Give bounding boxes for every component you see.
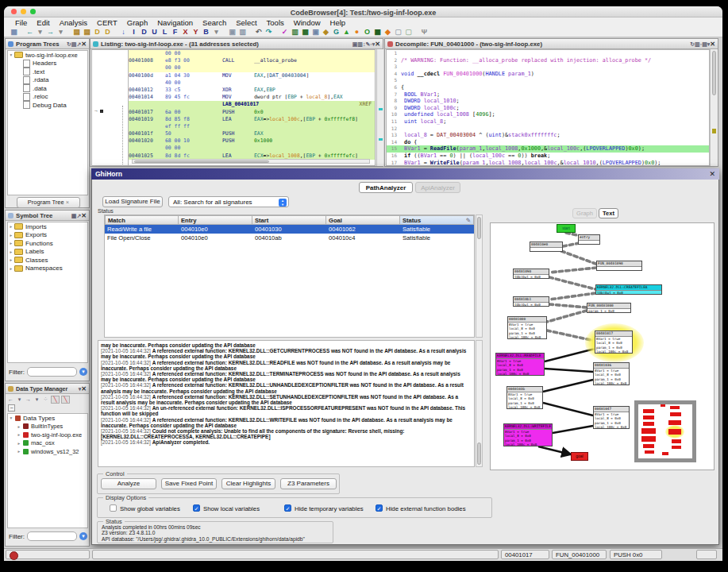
graph-node-00401090[interactable]: 00401090tObjOut = 0x0 (513, 269, 549, 279)
letter-u-icon[interactable]: U (149, 27, 160, 37)
symbol-tree-filter-input[interactable] (27, 367, 77, 377)
conflict-off-icon[interactable]: ╲ (61, 396, 70, 404)
script-icon[interactable]: ▥ (290, 27, 300, 37)
menu-tools[interactable]: Tools (262, 18, 289, 27)
tree-item-headers[interactable]: Headers (8, 60, 87, 68)
menu-search[interactable]: Search (198, 18, 231, 27)
main-toolbar[interactable]: ▦←▾→▾▤▤DD↓IDULFXYB▾▣▥↶↷✓▥▦▣◆G▲●O▦◆▢▢Ψ (4, 27, 722, 38)
decompile-line[interactable]: 2/* WARNING: Function: __alloca_probe re… (387, 57, 709, 64)
table-header-row[interactable]: MatchEntryStartGoalStatus✎ (105, 215, 474, 225)
forward-menu-icon[interactable]: ▾ (56, 27, 66, 37)
log-panel[interactable]: may be inaccurate. Perhaps consider upda… (98, 340, 475, 467)
column-header-match[interactable]: Match (105, 215, 179, 225)
decompile-line[interactable]: 1 (387, 50, 709, 57)
checkbox-show-local-variables[interactable]: ✓ (193, 504, 200, 512)
symbol-tree-header[interactable]: Symbol Tree ▦↗✕ (6, 211, 89, 221)
graph-node-00401047[interactable]: 00401047BVar1 = truelocal_8 = 0x0param_1… (593, 406, 630, 429)
listing-row[interactable]: 004010176a 00PUSH0x0 (129, 109, 375, 116)
menu-help[interactable]: Help (325, 18, 351, 27)
window-icon[interactable]: ▣ (310, 27, 321, 37)
tab-pathanalyzer[interactable]: PathAnalyzer (359, 182, 413, 193)
menu-select[interactable]: Select (231, 18, 261, 27)
graph-node-KERNEL32.DLL:CREATEFILEA[interactable]: KERNEL32.DLL:CREATEFILEAtObjOut = 0x0 (595, 284, 662, 295)
tree-item-data-types[interactable]: ▾Data Types (8, 414, 87, 423)
decompile-line[interactable]: 7 BOOL BVar1; (387, 91, 709, 99)
view-tab-graph[interactable]: Graph (572, 208, 597, 218)
z3-parameters-button[interactable]: Z3 Parameters (280, 478, 337, 489)
close-icon[interactable]: ✕ (81, 385, 87, 392)
letter-i-icon[interactable]: I (129, 27, 139, 37)
listing-row[interactable]: 40 00 (129, 79, 375, 87)
listing-row[interactable]: 00 00 (129, 50, 375, 57)
back-arrow-icon[interactable]: ← (7, 396, 14, 402)
collapse-all-icon[interactable]: − (8, 404, 15, 412)
types-icon[interactable]: ⁘ (42, 396, 49, 403)
breakpoint-marker-icon[interactable] (100, 110, 103, 113)
menu-graph[interactable]: Graph (122, 18, 152, 27)
decompile-line[interactable]: 16 if ((BVar1 == 0) || (local_100c == 0)… (387, 153, 709, 160)
data2-icon[interactable]: D (102, 27, 113, 37)
pale2-icon[interactable]: ▢ (403, 27, 414, 37)
menu-window[interactable]: Window (289, 18, 325, 27)
table-row[interactable]: Read/Write a file004010e0004010300040106… (105, 225, 474, 234)
window-titlebar[interactable]: CodeBrowser[4]: Test:/two-sig-inf-loop.e… (4, 6, 722, 17)
close-icon[interactable]: ✕ (81, 41, 87, 48)
register-icon[interactable]: ▤ (82, 27, 92, 37)
decompile-line[interactable]: 11 uint local_8; (387, 118, 709, 126)
program-tree[interactable]: ▾two-sig-inf-loop.exeHeaders.text.rdata.… (7, 50, 88, 195)
checkbox-hide-external-function-bodies[interactable]: ✓ (376, 504, 383, 512)
view-tab-text[interactable]: Text (599, 208, 618, 218)
menu-analysis[interactable]: Analysis (55, 18, 92, 27)
letter-y-icon[interactable]: Y (191, 27, 201, 37)
analyze-button[interactable]: Analyze (101, 478, 156, 489)
tree-icon[interactable]: ▲ (341, 27, 352, 37)
menu-navigation[interactable]: Navigation (152, 18, 198, 27)
paste-icon[interactable]: ▥ (237, 27, 248, 37)
menu-bar[interactable]: FileEditAnalysisCERTGraphNavigationSearc… (4, 17, 722, 27)
table-icon[interactable]: ▦ (300, 27, 310, 37)
listing-row[interactable]: 0040101f50PUSHEAX (129, 130, 375, 137)
listing-hscrollbar[interactable] (132, 159, 370, 164)
listing-row[interactable]: 004010198d 85 f8LEAEAX=>local_100c,[EBP … (129, 116, 375, 123)
caret-down-icon[interactable]: ▾ (33, 396, 40, 403)
decompile-line[interactable]: 5 (387, 77, 709, 84)
letter-d-icon[interactable]: D (139, 27, 149, 37)
data-type-manager-toolbar[interactable]: ←▾→▾⁘╲╲ (7, 395, 88, 404)
checkbox-hide-temporary-variables[interactable]: ✓ (284, 504, 291, 512)
graph-node-004010e0[interactable]: 004010e0 (530, 242, 563, 252)
symbol-tree-item-exports[interactable]: ▸Exports (8, 231, 87, 240)
letter-f-icon[interactable]: F (170, 27, 180, 37)
load-signature-file-button[interactable]: Load Signature File (102, 196, 163, 207)
column-header-start[interactable]: Start (252, 215, 326, 225)
close-icon[interactable]: ✕ (81, 212, 87, 219)
symbol-tree-item-classes[interactable]: ▸Classes (8, 256, 87, 265)
dtm-item-builtintypes[interactable]: ▸BuiltInTypes (8, 423, 87, 431)
decompile-line[interactable]: 3 (387, 64, 709, 71)
menu-cert[interactable]: CERT (92, 18, 122, 27)
column-header-entry[interactable]: Entry (179, 215, 252, 225)
symbol-tree-item-functions[interactable]: ▸Functions (8, 239, 87, 248)
dtm-item-two-sig-inf-loop-exe[interactable]: ▸two-sig-inf-loop.exe (8, 431, 87, 439)
printer-icon[interactable]: ▤ (702, 41, 707, 47)
symbol-tree-item-imports[interactable]: ▸Imports (8, 222, 87, 231)
filter-options-icon[interactable]: ▼ (79, 368, 87, 376)
tree-item--text[interactable]: .text (8, 68, 87, 76)
graph-node-KERNEL32.DLL:READFILE[interactable]: KERNEL32.DLL:READFILEBVar1 = truelocal_8… (495, 353, 545, 376)
checkbox-show-global-variables[interactable] (110, 504, 117, 512)
pale-icon[interactable]: ▢ (393, 27, 403, 37)
forward-arrow-icon[interactable]: → (25, 396, 32, 402)
data-types-tree[interactable]: ▾Data Types▸BuiltInTypes▸two-sig-inf-loo… (7, 413, 88, 528)
diamond-icon[interactable]: ◆ (383, 27, 393, 37)
log-vscrollbar[interactable] (476, 340, 483, 467)
grid-icon[interactable]: ▦ (372, 27, 383, 37)
menu-edit[interactable]: Edit (32, 18, 54, 27)
symbol-tree-item-labels[interactable]: ▸Labels (8, 248, 87, 257)
graph-node-00401017[interactable]: 00401017BVar1 = truelocal_8 = 0x0param_1… (595, 330, 633, 354)
select-stepper-icon[interactable]: ▲▼ (279, 199, 287, 207)
save-icon[interactable]: ▦ (9, 27, 19, 37)
listing-row[interactable]: 00 00 (129, 145, 375, 152)
listing-label-row[interactable]: LAB_00401017XREF (129, 101, 375, 108)
memory-map-icon[interactable]: ▤ (71, 27, 82, 37)
letter-x-icon[interactable]: X (180, 27, 191, 37)
ghidra-icon[interactable]: G (331, 27, 341, 37)
